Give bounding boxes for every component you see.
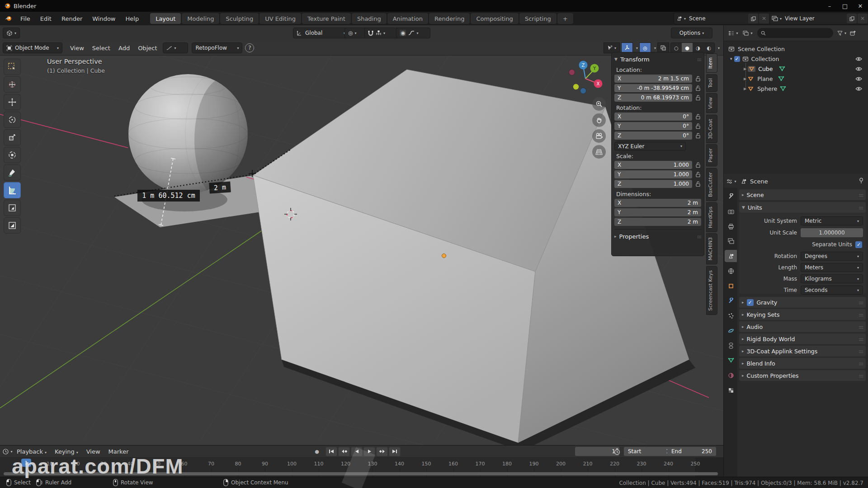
transform-panel-header[interactable]: ▼ Transform ::::: [614, 54, 701, 64]
falloff-dropdown[interactable]: ▾: [163, 42, 188, 53]
dimensions-x-field[interactable]: X2 m: [614, 199, 701, 207]
lock-icon[interactable]: [696, 114, 700, 119]
menu-help[interactable]: Help: [121, 13, 144, 24]
mode-selector[interactable]: Object Mode ▾: [3, 42, 62, 53]
drag-dots-icon[interactable]: ::::: [697, 234, 701, 239]
dimensions-z-field[interactable]: Z2 m: [614, 218, 701, 226]
gizmo-z-neg[interactable]: [580, 88, 586, 94]
lock-icon[interactable]: [696, 181, 700, 187]
unit-system-dropdown[interactable]: Metric ▾: [801, 216, 863, 225]
viewport-menu-add[interactable]: Add: [114, 45, 134, 52]
outliner-row-plane[interactable]: ▶ Plane: [724, 74, 868, 84]
gravity-checkbox[interactable]: ✓: [747, 299, 754, 306]
rotation-units-dropdown[interactable]: Degrees ▾: [801, 252, 863, 261]
jump-to-start-button[interactable]: [326, 447, 337, 456]
add-workspace-button[interactable]: +: [557, 13, 573, 24]
menu-file[interactable]: File: [15, 13, 35, 24]
chevron-down-icon[interactable]: ▾: [718, 46, 720, 50]
time-units-dropdown[interactable]: Seconds ▾: [801, 286, 863, 295]
tool-annotate[interactable]: [4, 164, 21, 181]
viewport-menu-select[interactable]: Select: [88, 45, 114, 52]
workspace-tab-modeling[interactable]: Modeling: [182, 13, 219, 24]
npanel-tab-boxcutter[interactable]: BoxCutter: [706, 168, 717, 201]
menu-window[interactable]: Window: [87, 13, 120, 24]
npanel-tab-tool[interactable]: Tool: [706, 74, 717, 92]
frame-end-field[interactable]: End 250: [667, 447, 716, 456]
drag-dots-icon[interactable]: ::::: [859, 349, 863, 354]
npanel-tab-paper[interactable]: Paper: [706, 144, 717, 166]
outliner-search[interactable]: [757, 28, 833, 38]
rotation-mode-dropdown[interactable]: XYZ Euler ▾: [614, 142, 686, 150]
drag-dots-icon[interactable]: ::::: [859, 205, 863, 210]
panel-blend-info[interactable]: ▸Blend Info::::: [739, 358, 866, 369]
tab-view-layer[interactable]: [725, 235, 737, 247]
eye-icon[interactable]: [855, 86, 862, 91]
expand-arrow-icon[interactable]: ▶: [744, 87, 746, 91]
workspace-tab-uv-editing[interactable]: UV Editing: [259, 13, 301, 24]
workspace-tab-rendering[interactable]: Rendering: [429, 13, 470, 24]
panel-custom-properties[interactable]: ▸Custom Properties::::: [739, 370, 866, 381]
panel-audio[interactable]: ▸Audio::::: [739, 321, 866, 332]
menu-edit[interactable]: Edit: [35, 13, 57, 24]
gizmo-x-neg[interactable]: [569, 70, 575, 75]
close-button[interactable]: ✕: [853, 0, 868, 12]
scale-z-field[interactable]: Z1.000: [614, 180, 692, 188]
menu-render[interactable]: Render: [57, 13, 87, 24]
outliner-row-scene-collection[interactable]: Scene Collection: [724, 44, 868, 54]
snap-controls[interactable]: ▾: [364, 28, 400, 38]
next-keyframe-button[interactable]: [376, 447, 388, 456]
chevron-down-icon[interactable]: ▾: [654, 46, 656, 50]
scale-y-field[interactable]: Y1.000: [614, 170, 692, 178]
tab-output[interactable]: [725, 220, 737, 232]
pin-icon[interactable]: [859, 178, 864, 184]
jump-to-end-button[interactable]: [389, 447, 401, 456]
tool-scale[interactable]: [4, 129, 21, 145]
dimensions-y-field[interactable]: Y2 m: [614, 208, 701, 216]
expand-arrow-icon[interactable]: ▶: [744, 77, 746, 81]
zoom-button[interactable]: [592, 97, 606, 111]
current-frame-field[interactable]: 1: [575, 447, 619, 456]
frame-start-field[interactable]: Start 1: [624, 447, 674, 456]
outliner-editor-type-button[interactable]: ▾: [726, 28, 740, 38]
proportional-editing-controls[interactable]: ◉ ▾: [396, 28, 430, 38]
outliner-display-mode-button[interactable]: ▾: [741, 28, 755, 38]
drag-dots-icon[interactable]: ::::: [859, 192, 863, 197]
tab-particles[interactable]: [725, 310, 737, 322]
tab-texture[interactable]: [725, 384, 737, 396]
new-view-layer-button[interactable]: [847, 14, 857, 23]
tool-cursor[interactable]: [4, 76, 21, 93]
prev-keyframe-button[interactable]: [338, 447, 350, 456]
transform-orientation-dropdown[interactable]: Global ▾: [293, 28, 349, 38]
remove-view-layer-button[interactable]: ✕: [858, 14, 868, 23]
rotation-z-field[interactable]: Z0°: [614, 131, 692, 140]
rotation-x-field[interactable]: X0°: [614, 113, 692, 121]
tool-rotate[interactable]: [4, 112, 21, 128]
panel-rigid-body-world[interactable]: ▸Rigid Body World::::: [739, 333, 866, 344]
length-units-dropdown[interactable]: Meters ▾: [801, 263, 863, 272]
collection-checkbox[interactable]: ✓: [734, 56, 740, 62]
camera-view-button[interactable]: [592, 129, 606, 143]
blender-menu-icon[interactable]: [5, 15, 13, 22]
shading-rendered-button[interactable]: ◐: [703, 43, 714, 53]
viewport-menu-view[interactable]: View: [66, 45, 88, 52]
tool-transform[interactable]: [4, 147, 21, 163]
drag-dots-icon[interactable]: ::::: [859, 373, 863, 378]
tab-constraints[interactable]: [725, 339, 737, 352]
expand-arrow-icon[interactable]: ▾: [730, 56, 732, 61]
tool-select-box[interactable]: [4, 59, 21, 75]
workspace-tab-sculpting[interactable]: Sculpting: [220, 13, 259, 24]
workspace-tab-layout[interactable]: Layout: [150, 13, 181, 24]
eye-icon[interactable]: [855, 66, 862, 71]
navigation-gizmo[interactable]: Z Y X: [563, 55, 613, 100]
drag-dots-icon[interactable]: ::::: [859, 361, 863, 366]
auto-keying-button[interactable]: ●: [312, 447, 322, 456]
lock-icon[interactable]: [696, 162, 700, 168]
lock-icon[interactable]: [696, 76, 700, 81]
outliner-row-sphere[interactable]: ▶ Sphere: [724, 84, 868, 94]
outliner-row-collection[interactable]: ▾ ✓ Collection: [724, 54, 868, 64]
workspace-tab-animation[interactable]: Animation: [387, 13, 428, 24]
shading-wireframe-button[interactable]: ○: [671, 43, 682, 53]
npanel-tab-3d-coat[interactable]: 3D-Coat: [706, 115, 717, 143]
chevron-down-icon[interactable]: ▾: [636, 46, 638, 50]
workspace-tab-texture-paint[interactable]: Texture Paint: [302, 13, 351, 24]
